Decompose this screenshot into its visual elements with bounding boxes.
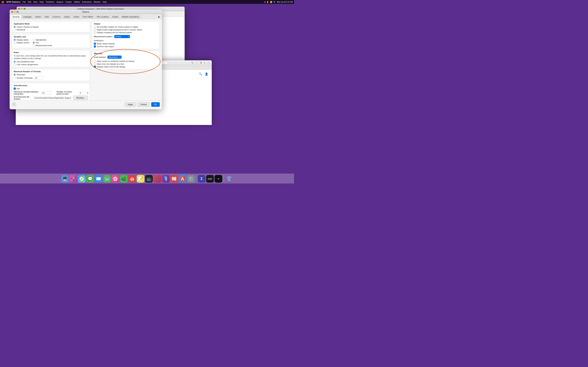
menu-data[interactable]: Data: [40, 1, 43, 3]
output-no-scientific[interactable]: No scientific notation for small numbers…: [94, 26, 158, 28]
tab-data[interactable]: Data: [43, 15, 51, 19]
menu-view[interactable]: View: [33, 1, 37, 3]
tab-scripts[interactable]: Scripts: [111, 15, 120, 19]
auto-recovery-enabled-checkbox[interactable]: [14, 88, 16, 90]
dock-appstore[interactable]: 🅰️: [179, 175, 186, 183]
radio-display-labels[interactable]: Display labels: [14, 39, 29, 41]
open-syntax-checkbox[interactable]: [94, 60, 96, 62]
tab-pivot-tables[interactable]: Pivot Tables: [81, 15, 95, 19]
output-no-scientific-checkbox[interactable]: [94, 26, 96, 28]
radio-alphabetical-indicator[interactable]: [33, 39, 35, 41]
options-maximize[interactable]: [17, 11, 18, 13]
share-button[interactable]: ⬆: [200, 61, 202, 65]
raise-viewer-checkbox[interactable]: [94, 43, 96, 45]
look-feel-select[interactable]: Macintosh Windows: [107, 56, 122, 59]
dock-calendar[interactable]: 📅: [128, 175, 136, 183]
tab-general[interactable]: General: [11, 15, 21, 19]
menu-extensions[interactable]: Extensions: [82, 1, 92, 3]
tab-currency[interactable]: Currency: [51, 15, 62, 19]
radio-measurement-level-indicator[interactable]: [33, 44, 35, 47]
scroll-output-row[interactable]: Scroll to new output: [94, 45, 158, 48]
dock-facetime[interactable]: 📹: [120, 175, 128, 183]
native-macos-row[interactable]: Display native macOS file dialogs: [94, 66, 158, 68]
cancel-button[interactable]: Cancel: [137, 102, 150, 107]
radio-custom-assignments[interactable]: Use custom assignments: [14, 63, 88, 66]
output-leading-zero-checkbox[interactable]: [94, 32, 96, 33]
measurement-select[interactable]: Inches Centimeters Points: [114, 35, 130, 38]
radio-workbook[interactable]: Workbook: [14, 29, 88, 31]
menu-analyze[interactable]: Analyze: [57, 1, 63, 3]
threads-value-input[interactable]: [34, 76, 43, 80]
browse-button[interactable]: Browse...: [73, 96, 88, 100]
tab-file-locations[interactable]: File Locations: [95, 15, 110, 19]
dock-terminal[interactable]: ➜: [215, 175, 222, 183]
apply-button[interactable]: Apply: [125, 102, 136, 107]
history-button[interactable]: 🕐: [195, 61, 199, 65]
radio-display-names[interactable]: Display names: [14, 42, 29, 44]
dock-photos[interactable]: 🌸: [112, 175, 119, 183]
radio-custom-assignments-indicator[interactable]: [14, 63, 16, 66]
dock-notes[interactable]: 📝: [137, 175, 144, 183]
interval-input[interactable]: [41, 91, 52, 94]
one-dataset-row[interactable]: Open only one dataset at a time: [94, 63, 158, 65]
radio-file[interactable]: File: [33, 42, 52, 44]
ibm-user-icon[interactable]: 👤: [205, 72, 208, 76]
dock-system-prefs[interactable]: ⚙️: [187, 175, 195, 183]
tab-charts[interactable]: Charts: [72, 15, 81, 19]
new-tab-button[interactable]: +: [204, 61, 206, 65]
options-minimize[interactable]: [14, 11, 16, 13]
dock-music[interactable]: 🎵: [154, 175, 161, 183]
tabs-more-arrow[interactable]: ▶: [157, 15, 161, 19]
file-location-input[interactable]: [34, 96, 72, 100]
menu-window[interactable]: Window: [94, 1, 100, 3]
auto-recovery-enabled-row[interactable]: true: [14, 88, 88, 90]
output-leading-zero[interactable]: Display a leading zero for decimal value…: [94, 32, 158, 33]
open-syntax-row[interactable]: Open syntax or workbook window at startu…: [94, 60, 158, 62]
native-macos-checkbox[interactable]: [94, 66, 96, 68]
dock-finder[interactable]: 🖥️: [61, 175, 69, 183]
help-button[interactable]: ?: [12, 102, 16, 107]
radio-display-labels-indicator[interactable]: [14, 39, 16, 41]
menu-graphs[interactable]: Graphs: [65, 1, 72, 3]
app-name[interactable]: SPSS Statistics: [6, 1, 20, 3]
measurement-select-wrap[interactable]: Inches Centimeters Points: [114, 35, 130, 38]
radio-file-indicator[interactable]: [33, 42, 35, 44]
apple-menu[interactable]: 🍎: [1, 1, 4, 3]
output-apply-locale[interactable]: Apply locale's digit grouping format to …: [94, 29, 158, 31]
radio-workbook-indicator[interactable]: [14, 29, 16, 31]
radio-num-threads-indicator[interactable]: [14, 77, 16, 79]
menu-transform[interactable]: Transform: [46, 1, 54, 3]
dock-trash[interactable]: 🗑️: [225, 175, 233, 183]
ibm-search-icon[interactable]: 🔍: [199, 72, 202, 76]
menu-edit[interactable]: Edit: [28, 1, 31, 3]
radio-alphabetical[interactable]: Alphabetical: [33, 39, 52, 41]
menu-utilities[interactable]: Utilities: [74, 1, 80, 3]
tab-language[interactable]: Language: [21, 15, 33, 19]
dock-mail[interactable]: ✉️: [95, 175, 102, 183]
radio-predefined-roles-indicator[interactable]: [14, 61, 16, 63]
radio-classic[interactable]: Classic (Syntax & Output): [14, 26, 88, 28]
tab-viewer[interactable]: Viewer: [34, 15, 43, 19]
dock-launchpad[interactable]: 🚀: [69, 175, 77, 183]
dock-terminal2[interactable]: exec: [206, 175, 214, 183]
dock-news[interactable]: 📰: [170, 175, 178, 183]
dock-podcasts[interactable]: 🎙️: [162, 175, 170, 183]
output-apply-locale-checkbox[interactable]: [94, 29, 96, 31]
menu-help[interactable]: Help: [103, 1, 107, 3]
radio-automatic[interactable]: Automatic: [14, 74, 88, 76]
look-feel-select-wrap[interactable]: Macintosh Windows: [107, 56, 122, 59]
ok-button[interactable]: OK: [151, 102, 160, 107]
dock-maps[interactable]: 🗺️: [103, 175, 111, 183]
radio-classic-indicator[interactable]: [14, 26, 16, 28]
radio-predefined-roles[interactable]: Use predefined roles: [14, 61, 88, 63]
search-menubar-icon[interactable]: 🔍: [274, 1, 276, 3]
restore-points-input[interactable]: [79, 91, 86, 94]
dock-appletv[interactable]: 📺: [145, 175, 153, 183]
options-close[interactable]: [11, 11, 13, 13]
radio-measurement-level[interactable]: Measurement level: [33, 44, 52, 47]
tab-multiple-imputations[interactable]: Multiple Imputations: [120, 15, 141, 19]
reload-button[interactable]: ↻: [191, 61, 194, 65]
dock-safari[interactable]: 🧭: [78, 175, 86, 183]
radio-automatic-indicator[interactable]: [14, 74, 16, 76]
raise-viewer-row[interactable]: Raise viewer window: [94, 43, 158, 45]
